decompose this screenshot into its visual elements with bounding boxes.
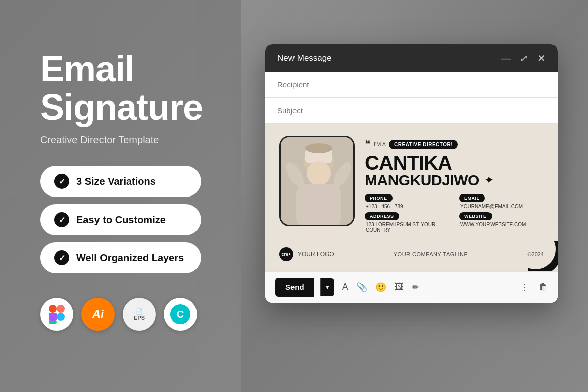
email-header: New Message — ⤢ ✕ [265, 44, 558, 72]
contact-phone: PHONE +123 - 456 - 789 [365, 194, 449, 209]
svg-rect-2 [49, 313, 57, 321]
svg-point-10 [305, 143, 332, 153]
email-body: ❝ I'M A CREATIVE DIRECTOR! CANTIKA MANGK… [265, 124, 558, 271]
sig-quote: ❝ [365, 138, 371, 151]
page-title: Email Signature [40, 50, 251, 126]
draw-icon[interactable]: ✏ [412, 282, 419, 293]
contact-website: WEBSITE WWW.YOURWEBSITE.COM [459, 212, 544, 233]
email-header-controls: — ⤢ ✕ [501, 53, 546, 63]
sig-top: ❝ I'M A CREATIVE DIRECTOR! CANTIKA MANGK… [279, 136, 544, 233]
close-button[interactable]: ✕ [537, 53, 546, 63]
email-window-title: New Message [277, 53, 332, 63]
address-value: 123 LOREM IPSUM ST. YOUR COUNTRY [365, 222, 449, 233]
svg-rect-1 [57, 305, 65, 313]
emoji-icon[interactable]: 🙂 [375, 282, 386, 293]
phone-value: +123 - 456 - 789 [365, 204, 449, 209]
tool-eps: 📄 EPS [123, 298, 156, 331]
tool-canva: C [164, 298, 197, 331]
email-value: YOURNAME@EMAIL.COM [459, 204, 544, 209]
feature-list: 3 Size Variations Easy to Customize Well… [40, 166, 251, 273]
svg-point-11 [307, 161, 331, 185]
tool-figma [40, 298, 73, 331]
svg-point-3 [57, 313, 65, 321]
phone-label: PHONE [365, 194, 393, 202]
feature-item-layers: Well Organized Layers [40, 242, 201, 273]
svg-rect-12 [296, 184, 341, 225]
sig-logo: cre+ YOUR LOGO [279, 247, 334, 261]
tool-icons: Ai 📄 EPS C [40, 298, 251, 331]
email-label: EMAIL [459, 194, 485, 202]
toolbar-right: ⋮ 🗑 [518, 282, 548, 293]
subject-input[interactable] [277, 106, 546, 115]
feature-label-size: 3 Size Variations [76, 176, 156, 187]
send-button[interactable]: Send [275, 278, 314, 297]
maximize-button[interactable]: ⤢ [520, 53, 528, 63]
logo-circle: cre+ [279, 247, 293, 261]
your-logo-text: YOUR LOGO [298, 251, 334, 258]
feature-label-customize: Easy to Customize [76, 214, 166, 226]
sparkle-icon: ✦ [484, 174, 494, 187]
image-icon[interactable]: 🖼 [395, 282, 404, 292]
send-dropdown-button[interactable]: ▾ [320, 278, 334, 296]
subject-field [265, 98, 558, 124]
check-icon-layers [54, 250, 69, 265]
page-subtitle: Creative Director Template [40, 134, 251, 146]
email-toolbar: Send ▾ A 📎 🙂 🖼 ✏ ⋮ 🗑 [265, 271, 558, 303]
svg-text:C: C [177, 309, 184, 320]
left-panel: Email Signature Creative Director Templa… [40, 50, 251, 331]
more-options-icon[interactable]: ⋮ [520, 282, 529, 293]
check-icon-size [54, 174, 69, 189]
sig-tagline: YOUR COMPANY TAGLINE [394, 251, 468, 257]
sig-info: ❝ I'M A CREATIVE DIRECTOR! CANTIKA MANGK… [365, 136, 544, 233]
attach-icon[interactable]: 📎 [356, 282, 367, 293]
contact-address: ADDRESS 123 LOREM IPSUM ST. YOUR COUNTRY [365, 212, 449, 233]
contact-email: EMAIL YOURNAME@EMAIL.COM [459, 194, 544, 209]
sig-bottom: cre+ YOUR LOGO YOUR COMPANY TAGLINE ©202… [279, 241, 544, 261]
svg-rect-4 [49, 321, 57, 324]
sig-contacts: PHONE +123 - 456 - 789 EMAIL YOURNAME@EM… [365, 194, 544, 233]
website-label: WEBSITE [459, 212, 492, 220]
svg-rect-0 [49, 305, 57, 313]
feature-item-customize: Easy to Customize [40, 204, 201, 235]
address-label: ADDRESS [365, 212, 399, 220]
sig-corner-arc [528, 241, 558, 271]
recipient-field [265, 72, 558, 98]
sig-name-line1: CANTIKA [365, 153, 544, 173]
sig-photo-person [281, 137, 353, 225]
tool-illustrator: Ai [81, 298, 115, 331]
email-window: New Message — ⤢ ✕ [265, 44, 558, 303]
sig-photo-frame [279, 136, 355, 226]
website-value: WWW.YOURWEBSITE.COM [459, 222, 544, 227]
sig-name-line2: MANGKUDJIWO [365, 173, 479, 188]
feature-label-layers: Well Organized Layers [76, 252, 184, 264]
sig-badge: CREATIVE DIRECTOR! [389, 140, 458, 149]
minimize-button[interactable]: — [501, 53, 511, 63]
delete-icon[interactable]: 🗑 [539, 282, 548, 292]
signature-card: ❝ I'M A CREATIVE DIRECTOR! CANTIKA MANGK… [265, 124, 558, 271]
text-format-icon[interactable]: A [342, 282, 348, 292]
recipient-input[interactable] [277, 80, 546, 89]
check-icon-customize [54, 212, 69, 227]
sig-ima: I'M A [374, 141, 386, 147]
feature-item-size: 3 Size Variations [40, 166, 201, 197]
